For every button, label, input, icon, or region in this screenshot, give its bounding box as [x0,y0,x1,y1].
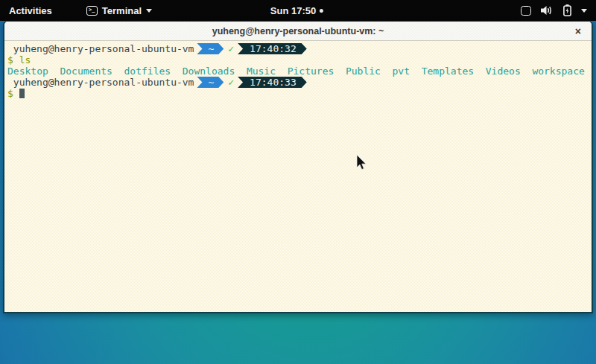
directory-name: Pictures [288,66,335,77]
prompt-user-host: yuheng@henry-personal-ubuntu-vm [7,43,194,54]
directory-name: workspace [532,66,584,77]
window-title: yuheng@henry-personal-ubuntu-vm: ~ [212,26,384,36]
system-status-area[interactable] [512,0,596,21]
notification-dot-icon [320,9,323,13]
chevron-down-icon [581,9,587,13]
command-line-ls: $ ls [7,54,589,66]
directory-name: Downloads [183,66,235,77]
activities-button[interactable]: Activities [0,0,61,21]
volume-icon [541,5,554,16]
close-icon[interactable]: × [575,22,581,40]
directory-name: Videos [486,66,521,77]
prompt-path-segment: ~ [197,43,224,54]
screen-icon [521,6,531,16]
input-line: $ [7,88,589,99]
terminal-icon: >_ [86,6,98,16]
terminal-cursor [19,89,25,98]
activities-label: Activities [9,5,52,16]
clock-menu[interactable]: Sun 17:50 [270,0,323,21]
prompt-symbol: $ [7,88,13,99]
terminal-window: yuheng@henry-personal-ubuntu-vm: ~ × yuh… [3,21,593,313]
command-text: ls [19,54,31,66]
prompt-status-check-icon: ✓ [228,77,234,88]
terminal-content[interactable]: yuheng@henry-personal-ubuntu-vm ~ ✓ 17:4… [4,41,592,312]
directory-name: dotfiles [124,66,171,77]
directory-name: Desktop [7,66,48,77]
prompt-user-host: yuheng@henry-personal-ubuntu-vm [7,77,194,88]
directory-name: Templates [422,66,474,77]
chevron-down-icon [146,9,152,13]
app-menu-label: Terminal [102,5,142,16]
command-text [13,54,19,66]
battery-charging-icon [563,4,571,16]
app-menu-terminal[interactable]: >_ Terminal [82,0,156,21]
prompt-status-check-icon: ✓ [228,43,234,54]
window-titlebar[interactable]: yuheng@henry-personal-ubuntu-vm: ~ × [4,22,592,41]
directory-name: Public [346,66,381,77]
prompt-symbol: $ [7,54,13,66]
prompt-time-segment: 17:40:32 [238,43,307,54]
clock-label: Sun 17:50 [270,5,316,16]
prompt-time-segment: 17:40:33 [238,77,307,88]
prompt-line-2: yuheng@henry-personal-ubuntu-vm ~ ✓ 17:4… [7,77,589,88]
ls-output-line: Desktop Documents dotfiles Downloads Mus… [7,66,589,77]
directory-name: pvt [393,66,410,77]
directory-name: Documents [60,66,112,77]
prompt-line-1: yuheng@henry-personal-ubuntu-vm ~ ✓ 17:4… [7,43,589,54]
top-bar: Activities >_ Terminal Sun 17:50 [0,0,596,21]
prompt-path-segment: ~ [197,77,224,88]
directory-name: Music [247,66,276,77]
